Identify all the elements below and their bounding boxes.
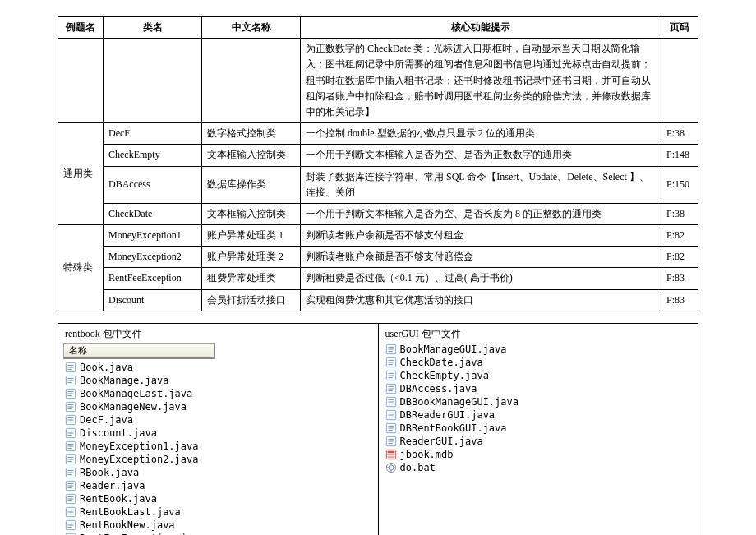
big-hint-cls	[104, 39, 202, 123]
java-file-icon	[65, 467, 76, 478]
java-file-icon	[385, 370, 397, 381]
cell-page: P:82	[662, 247, 698, 268]
cell-hint: 封装了数据库连接字符串、常用 SQL 命令【Insert、Update、Dele…	[301, 166, 662, 203]
java-file-icon	[385, 383, 397, 394]
svg-rect-29	[387, 456, 394, 458]
column-header-name: 名称	[63, 343, 215, 359]
java-file-icon	[65, 480, 76, 491]
table-big-hint-row: 为正数数字的 CheckDate 类：光标进入日期框时，自动显示当天日期以简化输…	[58, 39, 698, 123]
java-file-icon	[385, 396, 397, 408]
table-row: 特殊类MoneyException1账户异常处理类 1判断读者账户余额是否不够支…	[58, 225, 698, 247]
java-file-icon	[65, 414, 76, 426]
file-name: BookManageNew.java	[80, 400, 187, 413]
java-file-icon	[385, 344, 397, 355]
file-name: Reader.java	[80, 479, 145, 492]
file-item: BookManageNew.java	[63, 400, 373, 413]
file-panels: rentbook 包中文件 名称 Book.javaBookManage.jav…	[58, 323, 698, 535]
file-name: Discount.java	[80, 427, 157, 440]
panel-rentbook: rentbook 包中文件 名称 Book.javaBookManage.jav…	[58, 324, 379, 535]
file-item: Discount.java	[63, 427, 373, 440]
file-name: ReaderGUI.java	[400, 435, 483, 448]
th-page: 页码	[662, 17, 698, 39]
cell-hint: 判断租费是否过低（<0.1 元）、过高( 高于书价)	[301, 268, 662, 289]
java-file-icon	[65, 440, 76, 452]
file-item: DBAccess.java	[384, 382, 694, 395]
file-name: RBook.java	[80, 466, 139, 479]
file-item: CheckDate.java	[384, 356, 694, 369]
big-hint-page	[662, 39, 698, 123]
table-row: Discount会员打折活动接口实现租阅费优惠和其它优惠活动的接口P:83	[58, 289, 698, 311]
file-name: MoneyException1.java	[80, 440, 199, 453]
file-item: BookManageGUI.java	[384, 343, 694, 356]
file-name: Book.java	[80, 361, 133, 374]
file-name: RentFeeException.java	[80, 532, 205, 535]
cell-cnname: 数据库操作类	[202, 166, 301, 203]
table-row: CheckDate文本框输入控制类一个用于判断文本框输入是否为空、是否长度为 8…	[58, 203, 698, 224]
file-name: RentBook.java	[80, 492, 157, 505]
table-row: RentFeeException租费异常处理类判断租费是否过低（<0.1 元）、…	[58, 268, 698, 289]
file-item: BookManageLast.java	[63, 387, 373, 400]
java-file-icon	[65, 519, 76, 531]
th-class: 类名	[104, 17, 202, 39]
java-file-icon	[385, 409, 397, 421]
big-hint-cn	[202, 39, 301, 123]
java-file-icon	[65, 454, 76, 465]
file-item: RentBookLast.java	[63, 505, 373, 519]
file-item: DBRentBookGUI.java	[384, 422, 694, 435]
file-name: DBBookManageGUI.java	[400, 395, 519, 408]
file-item: RentBookNew.java	[63, 519, 373, 532]
file-name: DBAccess.java	[400, 382, 477, 395]
cell-page: P:38	[662, 203, 698, 224]
java-file-icon	[65, 388, 76, 399]
java-file-icon	[65, 362, 76, 373]
java-file-icon	[385, 422, 397, 434]
file-item: MoneyException1.java	[63, 440, 373, 453]
cell-cnname: 账户异常处理类 1	[202, 225, 301, 247]
file-name: CheckEmpty.java	[400, 369, 489, 382]
mdb-file-icon	[385, 449, 397, 460]
th-cnname: 中文名称	[202, 17, 301, 39]
panel-rentbook-title: rentbook 包中文件	[63, 325, 373, 343]
file-item: RentFeeException.java	[63, 532, 373, 535]
file-list-rentbook: Book.javaBookManage.javaBookManageLast.j…	[63, 361, 373, 535]
file-item: do.bat	[384, 461, 694, 474]
th-example: 例题名	[58, 17, 104, 39]
file-item: MoneyException2.java	[63, 453, 373, 466]
cell-cnname: 文本框输入控制类	[202, 145, 301, 166]
cell-cnname: 文本框输入控制类	[202, 203, 301, 224]
cell-class: DBAccess	[104, 166, 202, 203]
file-item: DecF.java	[63, 413, 373, 427]
panel-usergui-title: userGUI 包中文件	[384, 325, 694, 343]
cell-class: Discount	[104, 289, 202, 311]
table-header-row: 例题名 类名 中文名称 核心功能提示 页码	[58, 17, 698, 39]
cell-class: RentFeeException	[104, 268, 202, 289]
file-name: RentBookNew.java	[80, 519, 175, 532]
cell-hint: 一个用于判断文本框输入是否为空、是否为正数数字的通用类	[301, 145, 662, 166]
java-file-icon	[65, 506, 76, 518]
java-file-icon	[65, 427, 76, 439]
file-name: BookManageGUI.java	[400, 343, 507, 356]
java-file-icon	[385, 357, 397, 368]
cell-cnname: 会员打折活动接口	[202, 289, 301, 311]
svg-rect-27	[387, 450, 394, 453]
file-name: BookManage.java	[80, 374, 168, 387]
file-list-usergui: BookManageGUI.javaCheckDate.javaCheckEmp…	[384, 343, 694, 474]
table-row: 通用类DecF数字格式控制类一个控制 double 型数据的小数点只显示 2 位…	[58, 123, 698, 145]
file-item: CheckEmpty.java	[384, 369, 694, 382]
file-item: Reader.java	[63, 479, 373, 492]
cell-class: CheckEmpty	[104, 145, 202, 166]
table-row: CheckEmpty文本框输入控制类一个用于判断文本框输入是否为空、是否为正数数…	[58, 145, 698, 166]
file-name: DBReaderGUI.java	[400, 408, 496, 422]
big-hint-ex	[58, 39, 104, 123]
cell-class: MoneyException1	[104, 225, 202, 247]
group-label: 特殊类	[58, 225, 104, 311]
file-name: MoneyException2.java	[80, 453, 199, 466]
panel-usergui: userGUI 包中文件 BookManageGUI.javaCheckDate…	[379, 324, 698, 535]
table-row: MoneyException2账户异常处理类 2判断读者账户余额是否不够支付赔偿…	[58, 247, 698, 268]
svg-rect-28	[387, 454, 394, 455]
file-item: DBReaderGUI.java	[384, 408, 694, 422]
group-label: 通用类	[58, 123, 104, 225]
cell-hint: 一个用于判断文本框输入是否为空、是否长度为 8 的正整数的通用类	[301, 203, 662, 224]
file-item: Book.java	[63, 361, 373, 374]
file-item: RBook.java	[63, 466, 373, 479]
